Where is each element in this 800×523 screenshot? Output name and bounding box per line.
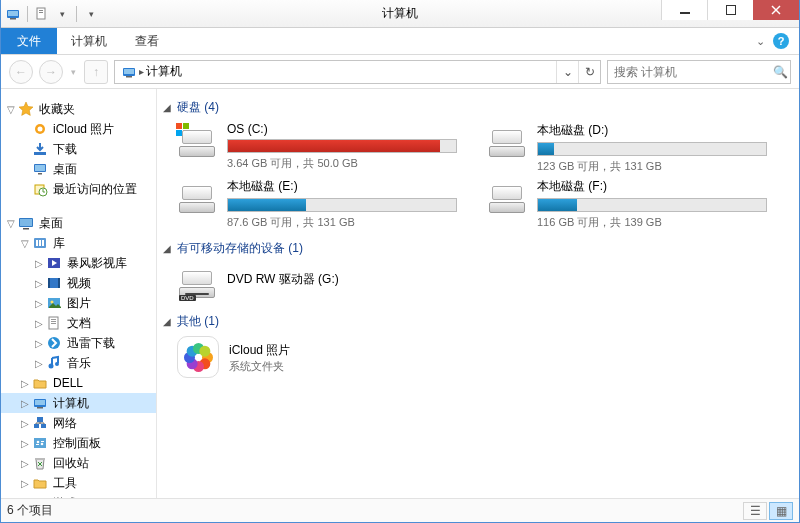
file-tab[interactable]: 文件 — [1, 28, 57, 54]
expand-icon[interactable]: ▷ — [19, 478, 30, 489]
expand-icon[interactable]: ▷ — [19, 458, 30, 469]
expand-icon[interactable]: ▷ — [33, 318, 44, 329]
sidebar-item-icloud-photos[interactable]: iCloud 照片 — [1, 119, 156, 139]
sidebar-item-music[interactable]: ▷音乐 — [1, 353, 156, 373]
capacity-bar — [537, 198, 767, 212]
collapse-icon[interactable]: ◢ — [163, 102, 171, 113]
nav-toolbar: ← → ▾ ↑ ▸ 计算机 ⌄ ↻ 🔍 — [1, 55, 799, 89]
forward-button[interactable]: → — [39, 60, 63, 84]
search-box[interactable]: 🔍 — [607, 60, 791, 84]
sidebar-item-network[interactable]: ▷网络 — [1, 413, 156, 433]
maximize-button[interactable] — [707, 0, 753, 20]
expand-icon[interactable]: ▽ — [19, 238, 30, 249]
sidebar-item-recent[interactable]: 最近访问的位置 — [1, 179, 156, 199]
svg-rect-12 — [126, 76, 132, 78]
expand-icon[interactable]: ▷ — [33, 298, 44, 309]
help-icon[interactable]: ? — [773, 33, 789, 49]
sidebar-item-control-panel[interactable]: ▷控制面板 — [1, 433, 156, 453]
sidebar-item-downloads[interactable]: 下载 — [1, 139, 156, 159]
drive-tile[interactable]: OS (C:) 3.64 GB 可用，共 50.0 GB — [177, 122, 457, 174]
sidebar-item-folder[interactable]: ▷工具 — [1, 473, 156, 493]
qat-properties-icon[interactable] — [34, 6, 50, 22]
svg-rect-4 — [39, 10, 43, 11]
addr-dropdown-icon[interactable]: ⌄ — [556, 61, 578, 83]
expand-icon[interactable]: ▷ — [19, 378, 30, 389]
desktop-icon — [18, 215, 34, 231]
title-bar: ▾ ▾ 计算机 — [1, 0, 799, 28]
computer-icon — [32, 395, 48, 411]
capacity-bar — [227, 198, 457, 212]
expand-icon[interactable]: ▷ — [33, 278, 44, 289]
sidebar-desktop-label: 桌面 — [36, 215, 63, 232]
documents-icon — [46, 315, 62, 331]
svg-rect-36 — [51, 321, 56, 322]
view-tiles-button[interactable]: ▦ — [769, 502, 793, 520]
breadcrumb-root[interactable]: ▸ 计算机 — [115, 61, 188, 83]
history-dropdown-icon[interactable]: ▾ — [69, 67, 78, 77]
close-button[interactable] — [753, 0, 799, 20]
collapse-icon[interactable]: ◢ — [163, 316, 171, 327]
sidebar-item-pictures[interactable]: ▷图片 — [1, 293, 156, 313]
svg-rect-31 — [58, 278, 60, 288]
expand-ribbon-icon[interactable]: ⌄ — [756, 35, 765, 48]
search-input[interactable] — [608, 65, 770, 79]
address-bar[interactable]: ▸ 计算机 ⌄ ↻ — [114, 60, 601, 84]
expand-icon[interactable]: ▷ — [33, 258, 44, 269]
svg-rect-22 — [20, 219, 32, 226]
hard-drive-icon — [487, 124, 527, 158]
sidebar-item-videos[interactable]: ▷视频 — [1, 273, 156, 293]
control-panel-icon — [32, 435, 48, 451]
expand-icon[interactable]: ▷ — [19, 398, 30, 409]
back-button[interactable]: ← — [9, 60, 33, 84]
view-details-button[interactable]: ☰ — [743, 502, 767, 520]
up-button[interactable]: ↑ — [84, 60, 108, 84]
expand-icon[interactable]: ▽ — [5, 218, 16, 229]
qat-customize-icon[interactable]: ▾ — [83, 6, 99, 22]
content-pane[interactable]: ◢ 硬盘 (4) OS (C:) 3.64 GB 可用，共 50.0 GB 本地… — [157, 89, 799, 498]
drive-name: 本地磁盘 (D:) — [537, 122, 767, 139]
group-header-drives-label: 硬盘 (4) — [177, 99, 219, 116]
search-icon[interactable]: 🔍 — [770, 65, 790, 79]
expand-icon[interactable]: ▽ — [5, 104, 16, 115]
sidebar-item-computer[interactable]: ▷计算机 — [1, 393, 156, 413]
group-header-drives[interactable]: ◢ 硬盘 (4) — [163, 99, 789, 116]
sidebar-item-user-folder[interactable]: ▷DELL — [1, 373, 156, 393]
navigation-pane[interactable]: ▽ 收藏夹 iCloud 照片下载桌面最近访问的位置 ▽ 桌面 ▽库▷暴风影视库… — [1, 89, 157, 498]
sidebar-item-recycle-bin[interactable]: ▷回收站 — [1, 453, 156, 473]
expand-icon[interactable]: ▷ — [33, 338, 44, 349]
collapse-icon[interactable]: ◢ — [163, 243, 171, 254]
svg-rect-50 — [36, 444, 39, 445]
drive-tile[interactable]: 本地磁盘 (F:) 116 GB 可用，共 139 GB — [487, 178, 767, 230]
svg-point-39 — [49, 364, 54, 369]
tab-view[interactable]: 查看 — [121, 28, 173, 54]
device-dvd[interactable]: DVD DVD RW 驱动器 (G:) — [177, 263, 457, 299]
minimize-button[interactable] — [661, 0, 707, 20]
svg-rect-35 — [51, 319, 56, 320]
sidebar-item-documents[interactable]: ▷文档 — [1, 313, 156, 333]
star-icon — [18, 101, 34, 117]
videos-icon — [46, 275, 62, 291]
group-header-other[interactable]: ◢ 其他 (1) — [163, 313, 789, 330]
svg-rect-17 — [35, 165, 45, 171]
item-icloud-photos[interactable]: iCloud 照片 系统文件夹 — [177, 336, 457, 378]
sidebar-favorites[interactable]: ▽ 收藏夹 — [1, 99, 156, 119]
expand-icon[interactable]: ▷ — [19, 438, 30, 449]
item-icloud-photos-label: iCloud 照片 — [229, 342, 457, 359]
sidebar-item-video-lib[interactable]: ▷暴风影视库 — [1, 253, 156, 273]
svg-point-40 — [55, 362, 59, 366]
expand-icon[interactable]: ▷ — [19, 418, 30, 429]
sidebar-desktop[interactable]: ▽ 桌面 — [1, 213, 156, 233]
sidebar-item-desktop[interactable]: 桌面 — [1, 159, 156, 179]
expand-icon[interactable]: ▷ — [33, 358, 44, 369]
sidebar-item-xunlei[interactable]: ▷迅雷下载 — [1, 333, 156, 353]
qat-dropdown-icon[interactable]: ▾ — [54, 6, 70, 22]
refresh-button[interactable]: ↻ — [578, 61, 600, 83]
app-icon — [5, 6, 21, 22]
svg-rect-1 — [8, 11, 18, 16]
drive-tile[interactable]: 本地磁盘 (E:) 87.6 GB 可用，共 131 GB — [177, 178, 457, 230]
sidebar-item-libraries[interactable]: ▽库 — [1, 233, 156, 253]
drive-tile[interactable]: 本地磁盘 (D:) 123 GB 可用，共 131 GB — [487, 122, 767, 174]
tab-computer[interactable]: 计算机 — [57, 28, 121, 54]
group-header-removable[interactable]: ◢ 有可移动存储的设备 (1) — [163, 240, 789, 257]
svg-rect-26 — [39, 240, 41, 246]
